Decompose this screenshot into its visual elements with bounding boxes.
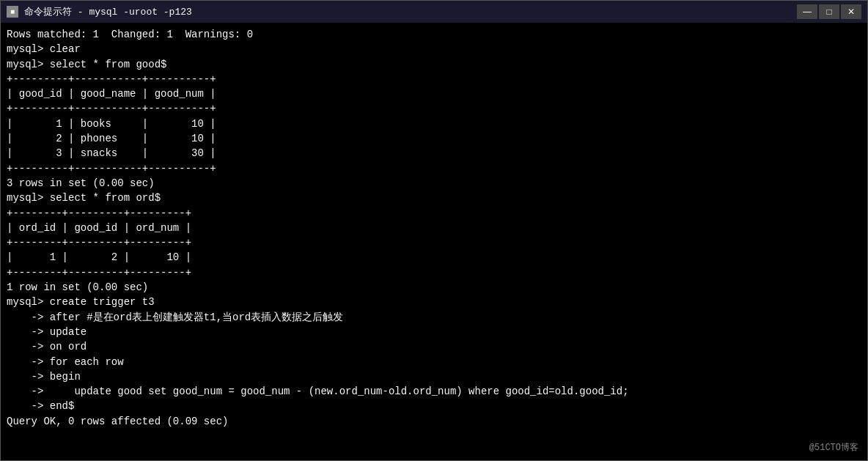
terminal-line: +--------+---------+---------+ bbox=[7, 235, 861, 250]
watermark: @51CTO博客 bbox=[809, 442, 858, 454]
terminal-lines: Rows matched: 1 Changed: 1 Warnings: 0my… bbox=[7, 27, 861, 429]
terminal-line: 1 row in set (0.00 sec) bbox=[7, 280, 861, 295]
window: ■ 命令提示符 - mysql -uroot -p123 — □ ✕ Rows … bbox=[0, 0, 868, 461]
window-title: 命令提示符 - mysql -uroot -p123 bbox=[24, 5, 192, 18]
terminal-line: | good_id | good_name | good_num | bbox=[7, 86, 861, 101]
title-controls: — □ ✕ bbox=[797, 4, 861, 19]
terminal-line: +--------+---------+---------+ bbox=[7, 265, 861, 280]
terminal-line: | 1 | books | 10 | bbox=[7, 117, 861, 131]
terminal-line: | 3 | snacks | 30 | bbox=[7, 146, 861, 161]
terminal-content[interactable]: Rows matched: 1 Changed: 1 Warnings: 0my… bbox=[1, 23, 867, 460]
terminal-line: 3 rows in set (0.00 sec) bbox=[7, 176, 861, 191]
terminal-line: -> update bbox=[7, 325, 861, 339]
close-button[interactable]: ✕ bbox=[841, 4, 861, 19]
terminal-line: -> begin bbox=[7, 369, 861, 384]
terminal-line: Rows matched: 1 Changed: 1 Warnings: 0 bbox=[7, 27, 861, 42]
window-icon: ■ bbox=[7, 6, 18, 18]
terminal-line: mysql> select * from ord$ bbox=[7, 191, 861, 205]
terminal-line: +--------+---------+---------+ bbox=[7, 206, 861, 221]
terminal-line: +---------+-----------+----------+ bbox=[7, 161, 861, 176]
terminal-line: | ord_id | good_id | ord_num | bbox=[7, 221, 861, 235]
terminal-line: | 2 | phones | 10 | bbox=[7, 131, 861, 146]
terminal-line: -> on ord bbox=[7, 339, 861, 354]
maximize-button[interactable]: □ bbox=[819, 4, 839, 19]
title-bar-left: ■ 命令提示符 - mysql -uroot -p123 bbox=[7, 5, 192, 18]
terminal-line: | 1 | 2 | 10 | bbox=[7, 250, 861, 265]
terminal-line: -> update good set good_num = good_num -… bbox=[7, 384, 861, 399]
terminal-line: mysql> clear bbox=[7, 42, 861, 56]
terminal-line: -> end$ bbox=[7, 399, 861, 413]
title-bar: ■ 命令提示符 - mysql -uroot -p123 — □ ✕ bbox=[1, 1, 867, 23]
terminal-line: mysql> select * from good$ bbox=[7, 57, 861, 72]
terminal-line: mysql> create trigger t3 bbox=[7, 295, 861, 309]
terminal-line: -> after #是在ord表上创建触发器t1,当ord表插入数据之后触发 bbox=[7, 310, 861, 325]
terminal-line: Query OK, 0 rows affected (0.09 sec) bbox=[7, 414, 861, 429]
terminal-line: -> for each row bbox=[7, 355, 861, 369]
minimize-button[interactable]: — bbox=[797, 4, 817, 19]
terminal-line: +---------+-----------+----------+ bbox=[7, 101, 861, 116]
terminal-line: +---------+-----------+----------+ bbox=[7, 72, 861, 86]
